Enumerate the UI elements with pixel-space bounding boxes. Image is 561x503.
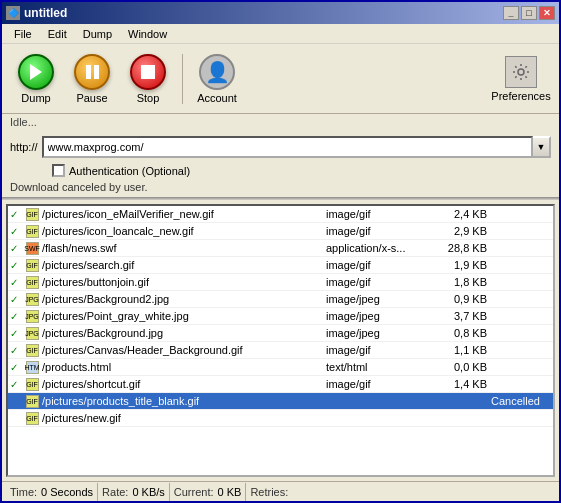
account-label: Account (197, 92, 237, 104)
file-list: ✓ GIF /pictures/icon_eMailVerifier_new.g… (8, 206, 553, 427)
file-row[interactable]: ✓ GIF /pictures/icon_eMailVerifier_new.g… (8, 206, 553, 223)
menu-edit[interactable]: Edit (40, 26, 75, 42)
close-button[interactable]: ✕ (539, 6, 555, 20)
file-path: /pictures/search.gif (40, 259, 326, 271)
check-mark: ✓ (10, 311, 24, 322)
stop-square (141, 65, 155, 79)
file-type-icon: SWF (24, 241, 40, 255)
stop-button[interactable]: Stop (122, 52, 174, 106)
account-button[interactable]: 👤 Account (191, 52, 243, 106)
auth-row: Authentication (Optional) (2, 162, 559, 179)
file-row[interactable]: ✓ JPG /pictures/Point_gray_white.jpg ima… (8, 308, 553, 325)
file-list-area: ✓ GIF /pictures/icon_eMailVerifier_new.g… (4, 202, 557, 479)
menu-window[interactable]: Window (120, 26, 175, 42)
file-row[interactable]: GIF /pictures/new.gif (8, 410, 553, 427)
file-path: /pictures/Canvas/Header_Background.gif (40, 344, 326, 356)
dump-icon (18, 54, 54, 90)
file-type-icon: JPG (24, 309, 40, 323)
file-row[interactable]: ✓ GIF /pictures/buttonjoin.gif image/gif… (8, 274, 553, 291)
check-mark: ✓ (10, 362, 24, 373)
file-path: /pictures/shortcut.gif (40, 378, 326, 390)
rate-field: Rate: 0 KB/s (98, 483, 170, 501)
file-mime: image/gif (326, 344, 436, 356)
stop-label: Stop (137, 92, 160, 104)
file-size: 0,9 KB (436, 293, 491, 305)
pause-label: Pause (76, 92, 107, 104)
url-prefix: http:// (10, 141, 38, 153)
file-row[interactable]: ✓ GIF /pictures/icon_loancalc_new.gif im… (8, 223, 553, 240)
play-triangle (30, 64, 42, 80)
url-input[interactable] (42, 136, 533, 158)
file-size: 2,4 KB (436, 208, 491, 220)
file-path: /flash/news.swf (40, 242, 326, 254)
file-row[interactable]: ✓ GIF /pictures/shortcut.gif image/gif 1… (8, 376, 553, 393)
file-path: /pictures/Point_gray_white.jpg (40, 310, 326, 322)
file-row[interactable]: ✓ GIF /pictures/search.gif image/gif 1,9… (8, 257, 553, 274)
file-type-icon: HTM (24, 360, 40, 374)
file-row[interactable]: ✓ SWF /flash/news.swf application/x-s...… (8, 240, 553, 257)
time-field: Time: 0 Seconds (6, 483, 98, 501)
file-size: 0,0 KB (436, 361, 491, 373)
preferences-icon (505, 56, 537, 88)
file-mime: image/jpeg (326, 327, 436, 339)
app-icon: 🔷 (6, 6, 20, 20)
time-value: 0 Seconds (41, 486, 93, 498)
file-mime: image/gif (326, 225, 436, 237)
file-path: /pictures/products_title_blank.gif (40, 395, 326, 407)
menu-file[interactable]: File (6, 26, 40, 42)
maximize-button[interactable]: □ (521, 6, 537, 20)
file-type-icon: GIF (24, 377, 40, 391)
file-path: /products.html (40, 361, 326, 373)
file-size: 1,8 KB (436, 276, 491, 288)
preferences-button[interactable]: Preferences (491, 56, 551, 102)
menu-dump[interactable]: Dump (75, 26, 120, 42)
file-list-container[interactable]: ✓ GIF /pictures/icon_eMailVerifier_new.g… (6, 204, 555, 477)
file-status: Cancelled (491, 395, 551, 407)
file-mime: image/gif (326, 208, 436, 220)
check-mark: ✓ (10, 379, 24, 390)
idle-status: Idle... (2, 114, 559, 132)
file-path: /pictures/Background.jpg (40, 327, 326, 339)
url-dropdown[interactable]: ▼ (533, 136, 551, 158)
bottom-status-bar: Time: 0 Seconds Rate: 0 KB/s Current: 0 … (2, 481, 559, 501)
file-mime: image/gif (326, 259, 436, 271)
divider (2, 197, 559, 200)
toolbar: Dump Pause Stop 👤 Account (2, 44, 559, 114)
file-row[interactable]: ✓ JPG /pictures/Background2.jpg image/jp… (8, 291, 553, 308)
file-row[interactable]: ✓ HTM /products.html text/html 0,0 KB (8, 359, 553, 376)
title-bar: 🔷 untitled _ □ ✕ (2, 2, 559, 24)
file-type-icon: GIF (24, 207, 40, 221)
minimize-button[interactable]: _ (503, 6, 519, 20)
auth-checkbox[interactable] (52, 164, 65, 177)
dump-button[interactable]: Dump (10, 52, 62, 106)
file-mime: image/jpeg (326, 293, 436, 305)
file-type-icon: GIF (24, 224, 40, 238)
file-path: /pictures/new.gif (40, 412, 326, 424)
file-path: /pictures/icon_eMailVerifier_new.gif (40, 208, 326, 220)
rate-label: Rate: (102, 486, 128, 498)
file-row[interactable]: ✓ GIF /pictures/Canvas/Header_Background… (8, 342, 553, 359)
file-row[interactable]: GIF /pictures/products_title_blank.gif C… (8, 393, 553, 410)
file-mime: image/gif (326, 276, 436, 288)
file-path: /pictures/buttonjoin.gif (40, 276, 326, 288)
check-mark: ✓ (10, 243, 24, 254)
file-row[interactable]: ✓ JPG /pictures/Background.jpg image/jpe… (8, 325, 553, 342)
file-mime: application/x-s... (326, 242, 436, 254)
file-type-icon: GIF (24, 275, 40, 289)
file-size: 3,7 KB (436, 310, 491, 322)
file-size: 28,8 KB (436, 242, 491, 254)
auth-label: Authentication (Optional) (69, 165, 190, 177)
file-mime: text/html (326, 361, 436, 373)
main-window: 🔷 untitled _ □ ✕ File Edit Dump Window D… (0, 0, 561, 503)
check-mark: ✓ (10, 209, 24, 220)
svg-point-0 (518, 69, 524, 75)
check-mark: ✓ (10, 294, 24, 305)
pause-icon (74, 54, 110, 90)
person-icon: 👤 (205, 60, 230, 84)
file-path: /pictures/Background2.jpg (40, 293, 326, 305)
check-mark: ✓ (10, 260, 24, 271)
file-type-icon: GIF (24, 343, 40, 357)
pause-button[interactable]: Pause (66, 52, 118, 106)
stop-icon (130, 54, 166, 90)
time-label: Time: (10, 486, 37, 498)
